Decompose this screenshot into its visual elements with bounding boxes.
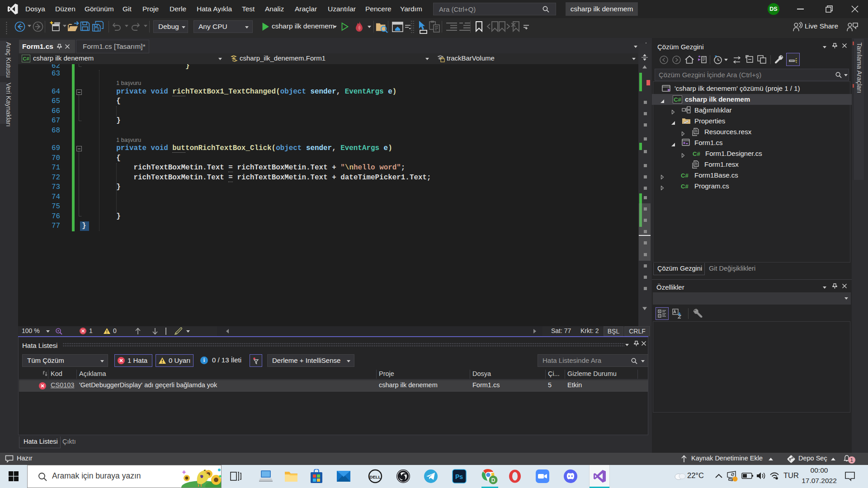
- svg-text:DELL: DELL: [370, 474, 381, 479]
- svg-text:D: D: [491, 477, 495, 483]
- svg-text:Ps: Ps: [455, 473, 463, 480]
